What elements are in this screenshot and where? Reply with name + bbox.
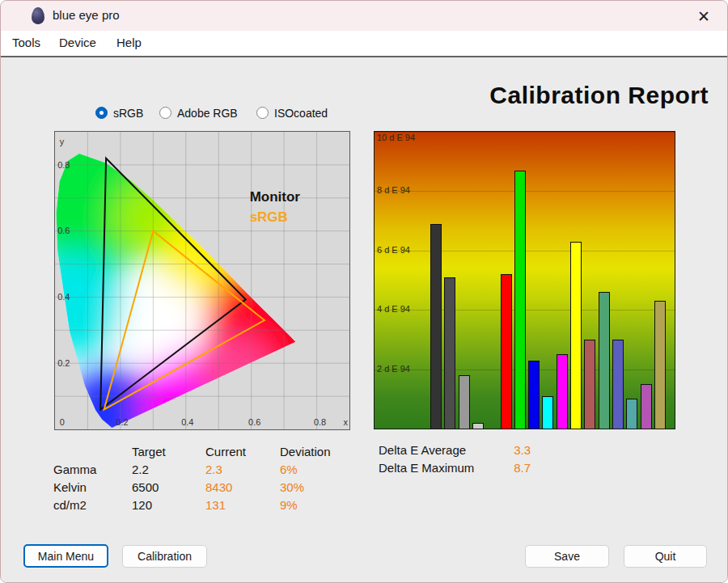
close-icon[interactable]: ✕ [690,5,717,27]
delta-e-bar-sea-green [599,292,610,429]
row-cdm2-target: 120 [132,498,205,512]
quit-button[interactable]: Quit [624,545,707,568]
bar-axis-tick: 10 d E 94 [377,133,415,142]
bar-axis-tick: 8 d E 94 [377,185,410,195]
radio-srgb[interactable]: sRGB [95,106,143,120]
app-title: blue eye pro [53,8,120,22]
cie-ytick-08: 0.8 [57,160,70,170]
delta-e-maximum-value: 8.7 [514,461,531,475]
delta-e-bar-orchid [641,384,652,429]
delta-e-bar-green [514,171,526,429]
bar-axis-tick: 6 d E 94 [377,245,410,255]
delta-e-bar-gray [459,375,470,429]
radio-isocoated[interactable]: ISOcoated [256,106,328,120]
cie-chromaticity-chart: y 0.8 0.6 0.4 0.2 0 0.2 0.4 0.6 0.8 x Mo… [54,131,350,430]
row-cdm2-deviation: 9% [280,498,353,512]
radio-adobe-rgb[interactable]: Adobe RGB [159,106,238,120]
delta-e-bar-cyan [542,396,553,429]
row-gamma-current: 2.3 [205,463,280,476]
delta-e-average-row: Delta E Average 3.3 [379,443,531,457]
row-kelvin-label: Kelvin [53,480,132,494]
delta-e-bar-yellow [570,242,582,429]
row-kelvin-current: 8430 [205,480,280,494]
radio-isocoated-circle[interactable] [256,107,269,119]
main-menu-button[interactable]: Main Menu [23,544,108,568]
cie-chart-svg: y 0.8 0.6 0.4 0.2 0 0.2 0.4 0.6 0.8 x Mo… [55,132,349,429]
delta-e-bar-slate-blue [612,340,624,429]
menu-device[interactable]: Device [59,36,96,49]
menu-tools[interactable]: Tools [12,36,40,49]
bar-axis-tick: 4 d E 94 [377,304,410,314]
delta-e-bar-plot: 10 d E 948 d E 946 d E 944 d E 942 d E 9… [374,131,675,429]
delta-e-average-label: Delta E Average [379,443,510,457]
row-kelvin-deviation: 30% [280,480,353,494]
cie-ytick-06: 0.6 [57,226,70,235]
bar-axis-tick: 2 d E 94 [377,364,410,374]
delta-e-bar-brick-red [584,340,595,429]
cie-ytick-04: 0.4 [57,292,70,302]
delta-e-bar-red [501,274,512,429]
cie-ylabel: y [60,136,65,146]
delta-e-maximum-row: Delta E Maximum 8.7 [379,461,531,475]
cie-xtick-08: 0.8 [314,417,326,427]
row-cdm2-label: cd/m2 [53,498,132,512]
app-window: blue eye pro ✕ Tools Device Help sRGB Ad… [0,0,728,583]
radio-isocoated-label: ISOcoated [274,107,328,120]
page-title: Calibration Report [489,82,709,109]
col-target: Target [132,445,205,458]
row-gamma-label: Gamma [53,463,132,476]
delta-e-bar-magenta [557,354,568,429]
radio-srgb-circle[interactable] [95,107,108,119]
cie-xtick-06: 0.6 [248,417,260,427]
row-cdm2-current: 131 [205,498,280,512]
spectral-locus [55,132,349,429]
cie-xtick-04: 0.4 [181,417,193,427]
delta-e-bar-light-gray [472,423,484,429]
col-current: Current [205,445,280,458]
menu-bar: Tools Device Help [1,31,727,56]
row-kelvin-target: 6500 [132,480,205,494]
cie-xlabel: x [344,417,349,427]
delta-e-bar-khaki [654,301,666,429]
delta-e-bar-blue [528,361,540,429]
legend-srgb: sRGB [250,209,288,225]
delta-e-average-value: 3.3 [514,443,531,457]
delta-e-bar-dark-gray [444,277,455,429]
title-bar: blue eye pro ✕ [1,1,727,31]
row-gamma-target: 2.2 [132,463,205,476]
delta-e-maximum-label: Delta E Maximum [379,461,510,475]
menu-help[interactable]: Help [116,36,142,49]
delta-e-bar-teal [626,399,637,429]
legend-monitor: Monitor [250,189,301,205]
cie-origin: 0 [60,417,65,427]
radio-adobe-rgb-circle[interactable] [159,107,171,119]
col-deviation: Deviation [280,445,353,458]
cie-legend: Monitor sRGB [250,189,301,225]
app-icon [32,7,44,24]
radio-adobe-rgb-label: Adobe RGB [177,107,238,120]
radio-srgb-label: sRGB [113,107,143,120]
delta-e-bar-black [430,224,442,429]
measurements-table: Target Current Deviation Gamma 2.2 2.3 6… [53,442,353,513]
save-button[interactable]: Save [525,545,609,568]
cie-ytick-02: 0.2 [57,358,70,368]
cie-xtick-02: 0.2 [116,417,128,427]
bar-grid-line [375,132,675,133]
row-gamma-deviation: 6% [280,463,353,476]
calibration-button[interactable]: Calibration [122,545,207,568]
